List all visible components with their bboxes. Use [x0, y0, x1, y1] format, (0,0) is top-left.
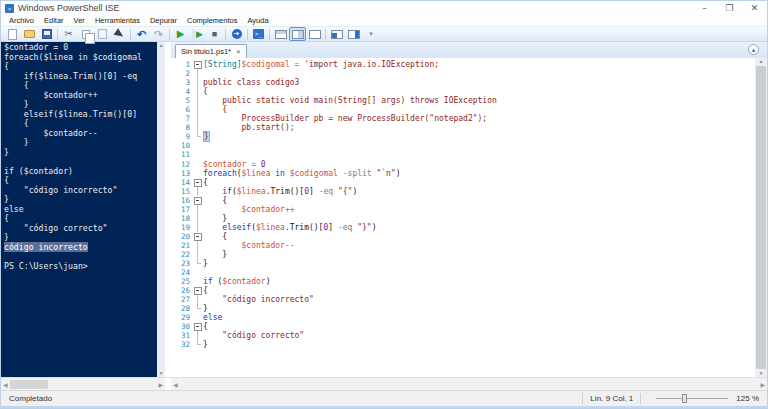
scroll-up-icon[interactable]: ▲	[159, 42, 164, 49]
scroll-right-icon[interactable]: ▶	[758, 381, 767, 388]
script-editor[interactable]: 1[String]$codigomal = 'import java.io.IO…	[171, 58, 755, 377]
console-output[interactable]: $contador = 0foreach($linea in $codigoma…	[1, 42, 157, 377]
save-button[interactable]	[38, 27, 55, 41]
line-number: 27	[171, 295, 193, 304]
console-horizontal-scrollbar[interactable]: ◀ ▶	[1, 378, 165, 390]
new-script-button[interactable]	[4, 27, 21, 41]
scrollbar-thumb[interactable]	[10, 380, 48, 389]
scroll-down-icon[interactable]: ▼	[159, 370, 164, 377]
editor-line: 2	[171, 69, 755, 78]
fold-margin	[193, 241, 203, 250]
line-number: 13	[171, 169, 193, 178]
fold-margin	[193, 78, 203, 87]
powershell-app-icon: >	[5, 4, 14, 13]
console-line: }	[4, 148, 157, 158]
console-line: if ($contador)	[4, 167, 157, 177]
fold-toggle-icon[interactable]	[193, 322, 203, 331]
open-script-button[interactable]	[21, 27, 38, 41]
fold-toggle-icon[interactable]	[193, 60, 203, 69]
scroll-left-icon[interactable]: ◀	[171, 381, 180, 388]
fold-margin	[193, 268, 203, 277]
editor-line: 13foreach($linea in $codigomal -split "`…	[171, 169, 755, 178]
line-number: 15	[171, 187, 193, 196]
fold-toggle-icon[interactable]	[193, 178, 203, 187]
menu-item-archivo[interactable]: Archivo	[4, 15, 39, 26]
fold-toggle-icon[interactable]	[193, 196, 203, 205]
redo-button[interactable]: ↷	[150, 27, 167, 41]
close-button[interactable]: ✕	[742, 1, 767, 15]
line-number: 17	[171, 205, 193, 214]
code-text	[203, 141, 208, 150]
menu-item-herramientas[interactable]: Herramientas	[90, 15, 145, 26]
editor-vertical-scrollbar[interactable]: ▲ ▼	[755, 58, 767, 377]
scrollbar-thumb[interactable]	[756, 66, 766, 369]
clear-console-icon	[114, 28, 126, 40]
toolbar-separator	[247, 29, 248, 40]
zoom-slider-thumb[interactable]	[682, 394, 687, 403]
menu-item-complementos[interactable]: Complementos	[182, 15, 242, 26]
cmd-addon-button[interactable]	[345, 27, 362, 41]
copy-button[interactable]	[77, 27, 94, 41]
undo-button[interactable]: ↶	[133, 27, 150, 41]
editor-line: 8 pb.start();	[171, 123, 755, 132]
tab-close-icon[interactable]: ×	[236, 48, 241, 56]
stop-icon: ■	[212, 29, 217, 39]
start-powershell-button[interactable]: >_	[250, 27, 267, 41]
editor-horizontal-scrollbar[interactable]: ◀ ▶	[171, 378, 767, 390]
run-script-button[interactable]: ▶	[172, 27, 189, 41]
line-number: 22	[171, 250, 193, 259]
restore-button[interactable]: ❐	[717, 1, 742, 15]
scroll-left-icon[interactable]: ◀	[1, 381, 10, 388]
run-selection-button[interactable]: ▶	[189, 27, 206, 41]
menu-item-depurar[interactable]: Depurar	[145, 15, 182, 26]
fold-margin	[193, 187, 203, 196]
code-text: $contador = 0	[203, 160, 266, 169]
cmd-window-button[interactable]	[328, 27, 345, 41]
remote-tab-icon: ➔	[232, 29, 242, 39]
fold-margin	[193, 69, 203, 78]
stop-button[interactable]: ■	[206, 27, 223, 41]
clear-console-button[interactable]	[111, 27, 128, 41]
toolbar-separator	[169, 29, 170, 40]
console-pane[interactable]: $contador = 0foreach($linea in $codigoma…	[1, 42, 165, 377]
collapse-script-pane-button[interactable]: ▲	[748, 44, 759, 55]
line-number: 5	[171, 96, 193, 105]
editor-line: 18 }	[171, 214, 755, 223]
scroll-down-icon[interactable]: ▼	[759, 370, 764, 377]
console-line: "código correcto"	[4, 224, 157, 234]
console-vertical-scrollbar[interactable]: ▲ ▼	[157, 42, 165, 377]
code-text: $contador++	[203, 205, 295, 214]
scroll-right-icon[interactable]: ▶	[156, 381, 165, 388]
console-line: }	[4, 195, 157, 205]
remote-tab-button[interactable]: ➔	[228, 27, 245, 41]
code-text: {	[203, 232, 227, 241]
copy-icon	[82, 30, 90, 39]
cut-button[interactable]: ✂	[60, 27, 77, 41]
overflow-button[interactable]: ▾	[362, 27, 379, 41]
pane-right-button[interactable]	[289, 27, 306, 41]
menu-item-ver[interactable]: Ver	[69, 15, 90, 26]
editor-line: 12$contador = 0	[171, 160, 755, 169]
pane-top-button[interactable]	[272, 27, 289, 41]
fold-toggle-icon[interactable]	[193, 286, 203, 295]
window-title: Windows PowerShell ISE	[18, 3, 120, 13]
redo-icon: ↷	[154, 29, 163, 39]
tab-sin-titulo1[interactable]: Sin titulo1.ps1* ×	[175, 44, 247, 58]
menu-item-editar[interactable]: Editar	[39, 15, 69, 26]
fold-margin	[193, 304, 203, 313]
line-number: 28	[171, 304, 193, 313]
menu-item-ayuda[interactable]: Ayuda	[242, 15, 273, 26]
line-number: 3	[171, 78, 193, 87]
pane-max-button[interactable]	[306, 27, 323, 41]
code-text: "código incorrecto"	[203, 295, 314, 304]
minimize-button[interactable]: –	[692, 1, 717, 15]
status-message: Completado	[9, 394, 52, 403]
code-text: else	[203, 313, 222, 322]
paste-button[interactable]	[94, 27, 111, 41]
zoom-slider[interactable]	[656, 398, 728, 399]
scroll-up-icon[interactable]: ▲	[759, 58, 764, 65]
editor-line: 27 "código incorrecto"	[171, 295, 755, 304]
fold-toggle-icon[interactable]	[193, 232, 203, 241]
console-line: "código incorrecto"	[4, 186, 157, 196]
line-number: 12	[171, 160, 193, 169]
